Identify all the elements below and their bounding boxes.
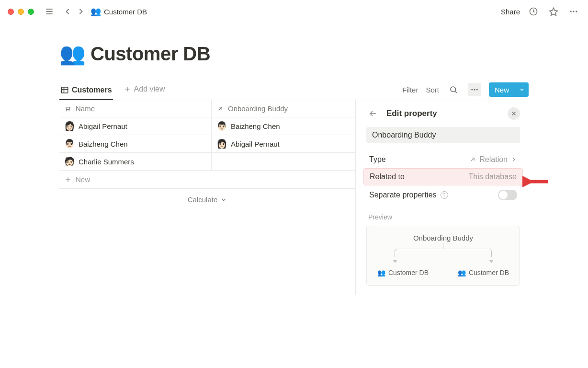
type-value: Relation [479,155,508,164]
breadcrumb-title: Customer DB [104,8,147,16]
add-view-label: Add view [134,85,165,93]
person-avatar-icon: 👩🏻 [216,139,227,148]
window-controls [8,9,34,15]
related-label: Related to [370,172,405,181]
preview-db-left: 👥Customer DB [377,269,429,276]
topbar: 👥 Customer DB Share [0,0,588,23]
table-row[interactable]: 🧑🏻Charlie Summers [59,153,355,171]
minimize-window-dot[interactable] [18,9,24,15]
relation-property-icon [216,105,224,113]
plus-icon [64,176,72,184]
text-property-icon [64,105,72,113]
svg-point-5 [570,11,572,12]
close-window-dot[interactable] [8,9,14,15]
person-avatar-icon: 👨🏻 [216,122,227,130]
separate-label: Separate properties [369,191,437,199]
database-table: Name Onboarding Buddy 👩🏻Abigail Pernaut … [59,100,355,295]
share-button[interactable]: Share [501,8,520,16]
person-avatar-icon: 🧑🏻 [64,157,75,166]
new-row-label: New [76,175,90,184]
forward-icon[interactable] [74,5,88,18]
svg-point-6 [573,11,574,12]
preview-label: Preview [366,213,520,221]
column-header-buddy[interactable]: Onboarding Buddy [212,100,355,117]
cell-buddy: Baizheng Chen [231,122,280,130]
breadcrumb[interactable]: 👥 Customer DB [90,6,147,17]
people-icon: 👥 [377,269,385,276]
back-icon[interactable] [61,5,74,18]
related-to-row[interactable]: Related to This database [363,168,523,185]
cell-name: Abigail Pernaut [79,122,127,130]
cell-buddy: Abigail Pernaut [231,140,280,148]
new-button-chevron-icon[interactable] [515,82,529,97]
column-header-name[interactable]: Name [59,100,212,117]
type-label: Type [369,155,386,164]
table-row[interactable]: 👨🏻Baizheng Chen 👩🏻Abigail Pernaut [59,135,355,153]
svg-point-16 [474,89,475,91]
calculate-button[interactable]: Calculate [59,189,355,210]
view-tab-customers[interactable]: Customers [59,83,113,100]
help-icon[interactable]: ? [441,191,448,199]
star-icon[interactable] [547,5,560,18]
breadcrumb-page-icon: 👥 [90,6,101,17]
svg-marker-4 [550,8,558,16]
topbar-right: Share [501,5,580,18]
cell-name: Baizheng Chen [79,140,128,148]
search-icon[interactable] [447,83,460,96]
edit-property-panel: Edit property Type Relation Related to T… [355,100,529,295]
preview-relation-name: Onboarding Buddy [374,234,512,242]
svg-line-24 [471,158,475,161]
cell-name: Charlie Summers [79,158,134,166]
table-header-row: Name Onboarding Buddy [59,100,355,117]
calculate-label: Calculate [188,196,218,204]
clock-icon[interactable] [527,5,540,18]
view-controls: Filter Sort New [402,82,529,100]
page: 👥 Customer DB Customers Add view Filter … [0,41,588,295]
column-header-buddy-label: Onboarding Buddy [228,104,288,113]
fullscreen-window-dot[interactable] [28,9,34,15]
new-button[interactable]: New [489,82,529,97]
table-row[interactable]: 👩🏻Abigail Pernaut 👨🏻Baizheng Chen [59,117,355,135]
people-icon: 👥 [458,269,466,276]
annotation-arrow-icon [522,172,551,191]
svg-point-15 [471,89,473,91]
new-button-label: New [489,82,515,97]
page-icon[interactable]: 👥 [59,41,86,66]
preview-box: Onboarding Buddy 👥Customer DB 👥Customer … [366,226,520,286]
related-value: This database [468,172,517,181]
view-tabs-row: Customers Add view Filter Sort New [59,82,529,100]
filter-button[interactable]: Filter [402,86,418,94]
view-tab-label: Customers [72,86,112,94]
new-row-button[interactable]: New [59,171,355,189]
preview-diagram [386,247,500,266]
panel-close-icon[interactable] [508,107,520,120]
person-avatar-icon: 👩🏻 [64,122,75,130]
panel-title: Edit property [386,109,437,118]
sort-button[interactable]: Sort [426,86,439,94]
panel-back-icon[interactable] [366,107,380,120]
page-title[interactable]: Customer DB [90,43,210,65]
hamburger-icon[interactable] [43,5,56,18]
person-avatar-icon: 👨🏻 [64,139,75,148]
column-header-name-label: Name [76,104,95,113]
svg-line-18 [219,107,222,110]
view-more-icon[interactable] [468,83,481,96]
chevron-right-icon [510,156,517,163]
add-view-button[interactable]: Add view [124,85,165,98]
separate-toggle[interactable] [498,190,517,200]
property-name-input[interactable] [366,127,520,143]
svg-line-14 [455,91,456,92]
chevron-down-icon [220,196,227,203]
more-icon[interactable] [567,5,580,18]
property-type-row[interactable]: Type Relation [366,151,520,168]
svg-point-13 [451,87,456,92]
separate-properties-row: Separate properties ? [366,185,520,205]
svg-point-17 [476,89,478,91]
preview-db-right: 👥Customer DB [458,269,509,276]
svg-point-7 [576,11,577,12]
relation-icon [469,156,476,163]
svg-rect-8 [61,87,68,93]
